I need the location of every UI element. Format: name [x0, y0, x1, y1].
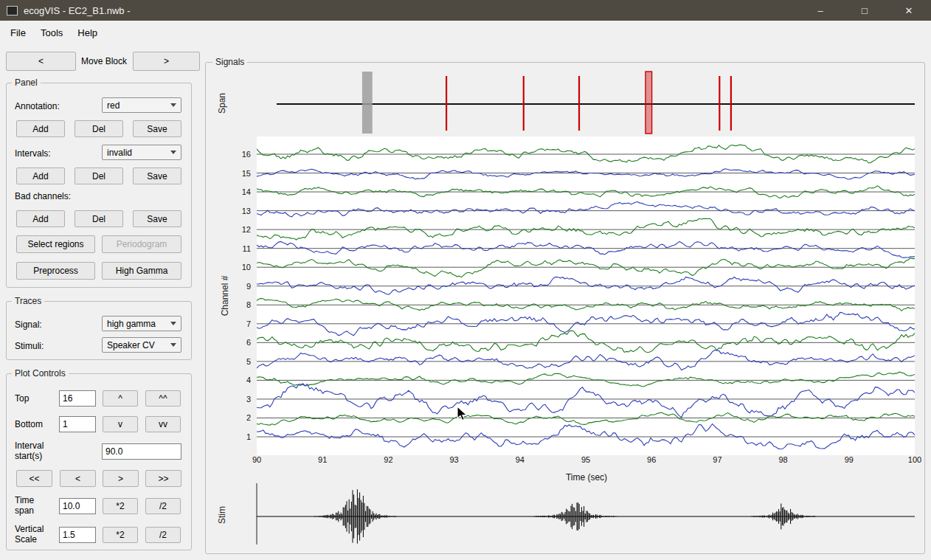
- stimuli-label: Stimuli:: [15, 341, 44, 351]
- traces-group-title: Traces: [12, 296, 44, 306]
- svg-text:92: 92: [384, 455, 392, 464]
- annotation-select[interactable]: red: [102, 97, 181, 113]
- bad-channels-label: Bad channels:: [15, 191, 71, 201]
- menu-file[interactable]: File: [3, 23, 33, 43]
- svg-text:4: 4: [246, 376, 251, 384]
- svg-text:13: 13: [242, 207, 251, 215]
- select-regions-button[interactable]: Select regions: [16, 235, 95, 253]
- svg-text:90: 90: [252, 455, 261, 464]
- svg-text:3: 3: [246, 395, 251, 404]
- move-block-next-button[interactable]: >: [133, 52, 200, 71]
- menu-help[interactable]: Help: [70, 23, 105, 43]
- periodogram-button[interactable]: Periodogram: [102, 235, 181, 253]
- svg-text:99: 99: [845, 455, 854, 464]
- intervals-label: Intervals:: [15, 148, 51, 159]
- svg-text:98: 98: [778, 455, 787, 464]
- annotation-add-button[interactable]: Add: [16, 120, 65, 137]
- interval-start-label-line2: start(s): [15, 451, 42, 461]
- svg-text:94: 94: [516, 455, 525, 464]
- interval-start-label-line1: Interval: [15, 440, 44, 451]
- intervals-select[interactable]: invalid: [102, 145, 181, 160]
- svg-text:2: 2: [246, 413, 251, 422]
- panel-group-title: Panel: [12, 77, 41, 88]
- time-span-label-line2: span: [15, 505, 34, 516]
- titlebar[interactable]: ecogVIS - EC2_B1.nwb - – □ ✕: [0, 0, 931, 21]
- annotation-select-value: red: [107, 100, 120, 111]
- chevron-down-icon: [170, 322, 176, 325]
- vertical-scale-half-button[interactable]: /2: [145, 527, 181, 543]
- preprocess-button[interactable]: Preprocess: [16, 262, 95, 280]
- svg-text:5: 5: [246, 357, 251, 366]
- bottom-label: Bottom: [15, 419, 43, 429]
- svg-text:14: 14: [242, 187, 251, 196]
- top-channel-input[interactable]: [59, 390, 96, 407]
- vertical-scale-label-line2: Scale: [15, 534, 37, 545]
- channel-up-button[interactable]: ^: [103, 390, 138, 407]
- signal-select-value: high gamma: [107, 319, 156, 329]
- intervals-add-button[interactable]: Add: [16, 167, 65, 184]
- chevron-down-icon: [170, 151, 176, 154]
- svg-text:9: 9: [246, 282, 251, 291]
- time-span-label-line1: Time: [15, 495, 34, 505]
- channel-down-fast-button[interactable]: vv: [145, 416, 181, 432]
- bad-channels-add-button[interactable]: Add: [16, 210, 65, 227]
- high-gamma-button[interactable]: High Gamma: [102, 262, 181, 280]
- svg-text:12: 12: [242, 225, 251, 234]
- menubar: File Tools Help: [0, 21, 931, 44]
- bad-channels-save-button[interactable]: Save: [133, 210, 181, 227]
- annotation-save-button[interactable]: Save: [133, 120, 181, 137]
- svg-text:10: 10: [242, 263, 251, 272]
- page-first-button[interactable]: <<: [16, 470, 52, 487]
- plot-controls-group-title: Plot Controls: [12, 368, 69, 378]
- maximize-button[interactable]: □: [842, 0, 887, 21]
- time-span-input[interactable]: [59, 498, 96, 514]
- signals-group-title: Signals: [212, 57, 247, 67]
- move-block-prev-button[interactable]: <: [6, 52, 76, 71]
- annotation-del-button[interactable]: Del: [75, 120, 123, 137]
- signal-label: Signal:: [15, 319, 42, 330]
- mouse-cursor: [456, 406, 469, 422]
- svg-text:16: 16: [242, 150, 251, 159]
- intervals-save-button[interactable]: Save: [133, 167, 181, 184]
- channel-up-fast-button[interactable]: ^^: [145, 390, 181, 407]
- channel-down-button[interactable]: v: [103, 416, 138, 432]
- page-next-button[interactable]: >: [103, 470, 139, 487]
- stimuli-select[interactable]: Speaker CV: [102, 337, 181, 353]
- top-label: Top: [15, 393, 29, 404]
- panel-groupbox: [6, 83, 192, 288]
- time-span-double-button[interactable]: *2: [103, 498, 138, 514]
- svg-text:8: 8: [246, 300, 251, 309]
- move-block-label: Move Block: [77, 52, 131, 71]
- svg-text:96: 96: [647, 455, 656, 464]
- page-last-button[interactable]: >>: [145, 470, 181, 487]
- page-prev-button[interactable]: <: [60, 470, 96, 487]
- intervals-del-button[interactable]: Del: [75, 167, 123, 184]
- app-window: ecogVIS - EC2_B1.nwb - – □ ✕ File Tools …: [0, 0, 931, 560]
- svg-text:95: 95: [581, 455, 590, 464]
- annotation-label: Annotation:: [15, 101, 60, 111]
- chevron-down-icon: [170, 103, 176, 107]
- signal-select[interactable]: high gamma: [102, 316, 181, 331]
- bad-channels-del-button[interactable]: Del: [75, 210, 123, 227]
- vertical-scale-input[interactable]: [59, 527, 96, 543]
- close-button[interactable]: ✕: [887, 0, 931, 21]
- svg-text:7: 7: [246, 319, 251, 328]
- interval-start-input[interactable]: [102, 443, 181, 460]
- bottom-channel-input[interactable]: [59, 416, 96, 432]
- svg-text:100: 100: [908, 455, 921, 464]
- svg-text:11: 11: [243, 244, 251, 253]
- signals-plot-canvas[interactable]: 1615141312111098765432190919293949596979…: [211, 66, 925, 552]
- menu-tools[interactable]: Tools: [33, 23, 70, 43]
- vertical-scale-double-button[interactable]: *2: [103, 527, 138, 543]
- minimize-button[interactable]: –: [798, 0, 842, 21]
- vertical-scale-label-line1: Vertical: [15, 524, 44, 534]
- chevron-down-icon: [170, 343, 176, 347]
- svg-text:91: 91: [318, 455, 327, 464]
- app-icon: [7, 6, 18, 15]
- svg-text:93: 93: [449, 455, 458, 464]
- window-controls: – □ ✕: [798, 0, 931, 21]
- time-span-half-button[interactable]: /2: [145, 498, 181, 514]
- svg-text:15: 15: [242, 169, 251, 178]
- svg-text:6: 6: [246, 338, 251, 347]
- svg-text:97: 97: [713, 455, 721, 464]
